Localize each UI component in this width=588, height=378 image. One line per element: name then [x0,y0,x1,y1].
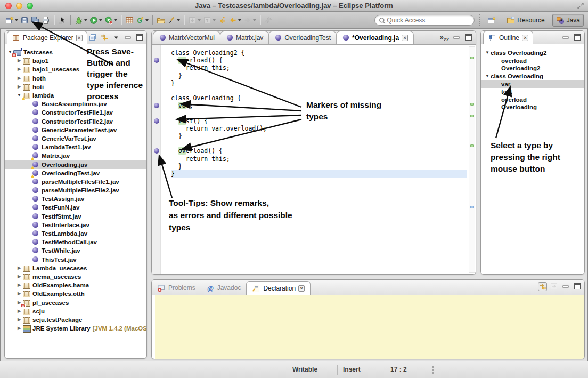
missing-type-marker-icon[interactable] [154,118,159,124]
tree-item[interactable]: ▶scju.testPackage [5,316,146,324]
tree-item[interactable]: parseMultipleFilesFile2.jav [5,186,146,195]
outline-item[interactable]: Overloading2 [481,65,584,73]
chevron-down-icon[interactable] [145,19,149,21]
tree-item[interactable]: ▶Lambda_usecases [5,264,146,272]
maximize-icon[interactable] [573,282,582,291]
code-line[interactable] [152,140,467,147]
tree-item[interactable]: ▶OldExamples.otth [5,289,146,298]
code-line[interactable]: } [152,163,467,170]
chevron-down-icon[interactable] [177,19,180,21]
cursor-line-marker[interactable] [470,206,474,208]
code-line[interactable]: return var.overload(); [152,125,467,132]
tree-item[interactable]: ▶OldExamples.hama [5,281,146,289]
new-wizard-button[interactable] [4,14,19,27]
expander-icon[interactable]: ▶ [16,307,22,316]
occurrence-marker[interactable] [470,57,474,59]
code-line[interactable]: } [152,132,467,140]
minimize-icon[interactable] [561,33,570,42]
print-button[interactable] [40,14,51,27]
expander-icon[interactable]: ▶ [16,324,22,333]
tree-item[interactable]: ConstructorTestFile1.jav [5,108,146,117]
java-grid-button[interactable] [124,14,135,27]
minimize-icon[interactable] [124,33,133,42]
editor-tab[interactable]: *Overloading.ja× [336,31,414,44]
chevron-down-icon[interactable] [238,19,241,21]
maximize-icon[interactable] [464,33,473,42]
tree-item[interactable]: ▶pl_usecases [5,298,146,307]
tab-package-explorer[interactable]: Package Explorer × [7,31,87,44]
close-icon[interactable]: × [402,35,408,41]
expander-icon[interactable]: ▼ [484,49,491,57]
code-line[interactable]: } [152,170,467,178]
perspective-java-button[interactable]: J Java [552,14,584,27]
tree-item[interactable]: TestFunN.jav [5,203,146,212]
expander-icon[interactable]: ▶ [16,281,22,289]
tree-item[interactable]: ConstructorTestFile2.jav [5,117,146,126]
tree-item[interactable]: Matrix.jav [5,151,146,160]
occurrence-marker[interactable] [470,144,474,147]
chevron-down-icon[interactable] [253,19,256,21]
external-tools-button[interactable] [103,14,118,27]
code-editor[interactable]: class Overloading2 { overload() { return… [152,45,476,274]
tree-item[interactable]: TestInterface.jav [5,221,146,229]
open-resource-button[interactable] [156,14,166,27]
select-pointer-button[interactable] [57,14,68,27]
outline-item[interactable]: test [481,88,584,96]
save-button[interactable] [19,14,30,27]
tree-item[interactable]: GenericVarTest.jav [5,134,146,143]
run-button[interactable] [88,14,103,27]
tree-item[interactable]: TestWhile.jav [5,246,146,255]
expander-icon[interactable]: ▶ [16,272,22,281]
code-line[interactable]: } [152,79,467,87]
back-button[interactable] [227,14,242,27]
tree-item[interactable]: LambdaTest1.jav [5,143,146,151]
tree-item[interactable]: Overloading.jav [5,160,146,168]
open-perspective-button[interactable] [484,14,499,27]
close-icon[interactable]: × [76,35,83,41]
link-with-editor-icon[interactable] [100,33,109,42]
chevron-down-icon[interactable] [84,19,87,21]
code-line[interactable]: overload() { [152,147,467,155]
tree-item[interactable]: ▶JRE System Library[JVM 1.4.2 (MacOS X [5,324,146,333]
tree-item[interactable]: TestAssign.jav [5,195,146,203]
expander-icon[interactable]: ▶ [16,57,22,65]
tab-problems[interactable]: Problems [152,281,201,295]
tree-item[interactable]: GenericParameterTest.jav [5,126,146,134]
code-line[interactable]: return this; [152,155,467,163]
occurrence-marker[interactable] [470,103,474,106]
last-edit-location-button[interactable]: * [217,14,227,27]
new-wizard-g-button[interactable]: G [135,14,150,27]
quick-access-box[interactable] [374,15,475,26]
code-line[interactable]: return this; [152,64,467,71]
expander-icon[interactable]: ▶ [16,65,22,74]
maximize-icon[interactable] [135,33,144,42]
link-with-editor-icon[interactable] [538,282,547,291]
maximize-icon[interactable] [573,33,582,42]
save-all-button[interactable] [30,14,40,27]
tree-item[interactable]: parseMultipleFilesFile1.jav [5,178,146,186]
editor-tab[interactable]: MatrixVectorMul [153,31,220,44]
quick-access-input[interactable] [386,16,471,25]
chevron-down-icon[interactable] [15,19,18,21]
occurrence-marker[interactable] [470,115,474,117]
missing-type-marker-icon[interactable] [154,103,159,108]
code-line[interactable] [152,87,467,94]
tab-outline[interactable]: Outline × [483,31,533,44]
chevron-down-icon[interactable] [114,19,117,21]
chevron-down-icon[interactable] [213,19,216,21]
tree-item[interactable]: ▶scju [5,307,146,316]
brush-button[interactable] [166,14,181,27]
debug-button[interactable] [74,14,88,27]
tab-javadoc[interactable]: @Javadoc [201,281,247,295]
editor-tab[interactable]: OverloadingTest [268,31,337,44]
outline-item[interactable]: ▼class Overloading2 [481,49,584,57]
tree-item[interactable]: ThisTest.jav [5,255,146,264]
close-icon[interactable]: × [522,35,528,41]
view-menu-icon[interactable] [112,33,121,42]
tree-item[interactable]: TestLambda.jav [5,229,146,238]
tree-item[interactable]: ▶mema_usecases [5,272,146,281]
expander-icon[interactable]: ▶ [16,316,22,324]
close-icon[interactable]: × [298,285,305,292]
outline-item[interactable]: overload [481,96,584,104]
code-line[interactable]: } [152,72,467,79]
